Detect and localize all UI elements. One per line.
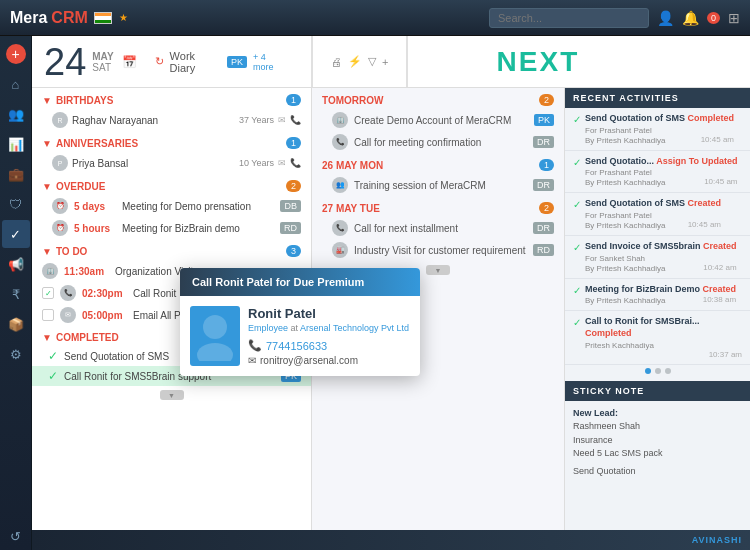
sidebar-contacts-icon[interactable]: 👥 (2, 100, 30, 128)
mail-icon[interactable]: ✉ (278, 115, 286, 125)
birthday-years: 37 Years (239, 115, 274, 125)
may26-1-desc: Training session of MeraCRM (354, 180, 527, 191)
may27-badge: 2 (539, 202, 554, 214)
diary-initials-badge: PK (227, 56, 247, 68)
overdue1-desc: Meeting for Demo prensation (122, 201, 274, 212)
anniversary-person-name: Priya Bansal (72, 158, 235, 169)
tomorrow-item-2: 📞 Call for meeting confirmation DR (312, 131, 564, 153)
logo-mera: Mera (10, 9, 47, 27)
may26-header: 26 MAY MON 1 (312, 153, 564, 174)
popup-body: Ronit Patel Employee at Arsenal Technolo… (180, 296, 420, 376)
activity3-by: By Pritesh Kachhadiya (585, 221, 666, 230)
todo-section-header[interactable]: ▼ TO DO 3 (32, 239, 311, 260)
check-icon: ✓ (573, 114, 581, 125)
next-title: NEXT (497, 46, 580, 78)
sidebar-rupee-icon[interactable]: ₹ (2, 280, 30, 308)
arrow-down-icon: ▼ (42, 332, 52, 343)
activity4-sub: For Sanket Shah (585, 254, 737, 263)
overdue-title: ▼ OVERDUE (42, 181, 105, 192)
scroll-mid-button[interactable]: ▼ (426, 265, 450, 275)
may27-item-2: 🏭 Industry Visit for customer requiremen… (312, 239, 564, 261)
phone-icon: 📞 (248, 339, 262, 352)
activity-item-3: ✓ Send Quotation of SMS Created For Pras… (565, 193, 750, 236)
birthdays-section-header[interactable]: ▼ BIRTHDAYS 1 (32, 88, 311, 109)
dot-3[interactable] (665, 368, 671, 374)
todo2-time: 02:30pm (82, 288, 127, 299)
sidebar-arrow-icon[interactable]: ↺ (2, 522, 30, 550)
may26-item-1: 👥 Training session of MeraCRM DR (312, 174, 564, 196)
bell-icon[interactable]: 🔔 (682, 10, 699, 26)
overdue-section-header[interactable]: ▼ OVERDUE 2 (32, 174, 311, 195)
contact-popup: Call Ronit Patel for Due Premium Ronit P… (180, 268, 420, 376)
anniversaries-badge: 1 (286, 137, 301, 149)
may27-1-badge: DR (533, 222, 554, 234)
avatar: ⏰ (52, 220, 68, 236)
may27-header: 27 MAY TUE 2 (312, 196, 564, 217)
dot-1[interactable] (645, 368, 651, 374)
birthday-item: R Raghav Narayanan 37 Years ✉ 📞 (32, 109, 311, 131)
anniversary-item: P Priya Bansal 10 Years ✉ 📞 (32, 152, 311, 174)
sidebar-box-icon[interactable]: 📦 (2, 310, 30, 338)
anniversaries-title: ▼ ANNIVERSARIES (42, 138, 138, 149)
contact-phone[interactable]: 📞 7744156633 (248, 339, 410, 352)
right-column: RECENT ACTIVITIES ✓ Send Quotation of SM… (565, 88, 750, 530)
phone-icon[interactable]: 📞 (290, 115, 301, 125)
sidebar-shield-icon[interactable]: 🛡 (2, 190, 30, 218)
sidebar-chart-icon[interactable]: 📊 (2, 130, 30, 158)
overdue2-badge: RD (280, 222, 301, 234)
todo-badge: 3 (286, 245, 301, 257)
funnel-icon[interactable]: ▽ (368, 55, 376, 68)
filter-icon[interactable]: ⚡ (348, 55, 362, 68)
calendar-icon[interactable]: 📅 (122, 55, 137, 69)
anniversary-years: 10 Years (239, 158, 274, 168)
email-icon: ✉ (248, 355, 256, 366)
tomorrow2-desc: Call for meeting confirmation (354, 137, 527, 148)
activity2-by: By Pritesh Kachhadiya (585, 178, 666, 187)
plus-icon[interactable]: + (382, 56, 388, 68)
tomorrow-item-1: 🏢 Create Demo Account of MeraCRM PK (312, 109, 564, 131)
sidebar-home-icon[interactable]: ⌂ (2, 70, 30, 98)
avatar: 🏢 (332, 112, 348, 128)
date-number: 24 (44, 43, 86, 81)
mail-icon[interactable]: ✉ (278, 158, 286, 168)
scroll-down-button[interactable]: ▼ (160, 390, 184, 400)
contact-email[interactable]: ✉ ronitroy@arsenal.com (248, 355, 410, 366)
activity1-sub: For Prashant Patel (585, 126, 734, 135)
sidebar-add-button[interactable]: + (6, 44, 26, 64)
grid-icon[interactable]: ⊞ (728, 10, 740, 26)
checkbox-icon[interactable]: ✓ (42, 287, 54, 299)
star-icon: ★ (119, 12, 128, 23)
svg-point-0 (203, 315, 227, 339)
activity2-title: Send Quotatio... Assign To Updated (585, 156, 738, 168)
birthday-person-name: Raghav Narayanan (72, 115, 235, 126)
activity-item-2: ✓ Send Quotatio... Assign To Updated For… (565, 151, 750, 194)
svg-point-1 (197, 343, 233, 361)
check-icon: ✓ (48, 369, 58, 383)
tomorrow1-desc: Create Demo Account of MeraCRM (354, 115, 528, 126)
search-input[interactable] (489, 8, 649, 28)
avatar: ✉ (60, 307, 76, 323)
activity6-time: 10:37 am (585, 350, 742, 359)
check-icon: ✓ (573, 242, 581, 253)
sidebar-check-icon[interactable]: ✓ (2, 220, 30, 248)
activity2-sub: For Prashant Patel (585, 168, 738, 177)
checkbox-icon[interactable] (42, 309, 54, 321)
sidebar-settings-icon[interactable]: ⚙ (2, 340, 30, 368)
sidebar-megaphone-icon[interactable]: 📢 (2, 250, 30, 278)
may26-1-badge: DR (533, 179, 554, 191)
todo3-time: 05:00pm (82, 310, 127, 321)
overdue1-badge: DB (280, 200, 301, 212)
work-diary-label: Work Diary (170, 50, 221, 74)
arrow-down-icon: ▼ (42, 181, 52, 192)
anniversaries-section-header[interactable]: ▼ ANNIVERSARIES 1 (32, 131, 311, 152)
activity1-by: By Pritesh Kachhadiya (585, 136, 666, 145)
footer: AVINASHI (32, 530, 750, 550)
sidebar-briefcase-icon[interactable]: 💼 (2, 160, 30, 188)
phone-icon[interactable]: 📞 (290, 158, 301, 168)
print-icon[interactable]: 🖨 (331, 56, 342, 68)
dot-2[interactable] (655, 368, 661, 374)
user-icon[interactable]: 👤 (657, 10, 674, 26)
date-day: SAT (92, 62, 113, 73)
sticky-line3: Insurance (573, 434, 742, 448)
tomorrow1-badge: PK (534, 114, 554, 126)
